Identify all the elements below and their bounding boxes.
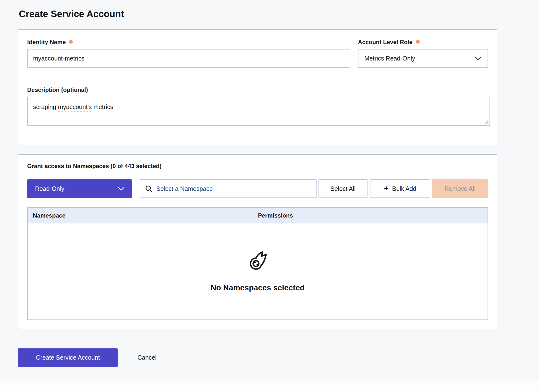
plus-icon: + — [384, 184, 389, 192]
account-level-role-field-group: Account Level Role Metrics Read-Only — [358, 38, 488, 68]
identity-details-card: Identity Name Account Level Role Metrics… — [18, 29, 497, 145]
namespaces-table-empty-state: No Namespaces selected — [28, 223, 488, 319]
create-service-account-button[interactable]: Create Service Account — [18, 348, 118, 367]
namespaces-table: Namespace Permissions No Namespaces sele… — [27, 207, 488, 320]
chevron-down-icon — [475, 57, 481, 60]
permissions-column-header: Permissions — [258, 212, 488, 219]
description-field-group: Description (optional) scraping myaccoun… — [27, 86, 488, 126]
footer-actions: Create Service Account Cancel — [18, 348, 539, 367]
account-level-role-value: Metrics Read-Only — [364, 55, 415, 62]
create-service-account-page: Create Service Account Identity Name Acc… — [0, 0, 539, 392]
empty-state-text: No Namespaces selected — [210, 283, 305, 292]
account-level-role-select[interactable]: Metrics Read-Only — [358, 49, 488, 68]
chevron-down-icon — [118, 187, 124, 191]
textarea-resize-handle[interactable] — [484, 120, 489, 124]
select-all-button[interactable]: Select All — [318, 179, 368, 198]
page-title: Create Service Account — [19, 9, 539, 19]
namespaces-toolbar: Read-Only Select All + — [27, 179, 488, 198]
bulk-add-button[interactable]: + Bulk Add — [370, 179, 430, 198]
namespaces-card: Grant access to Namespaces (0 of 443 sel… — [18, 154, 497, 329]
required-dot-icon — [416, 40, 420, 44]
remove-all-button[interactable]: Remove All — [432, 179, 488, 198]
permission-role-dropdown[interactable]: Read-Only — [27, 179, 132, 198]
identity-name-label: Identity Name — [27, 38, 350, 46]
cancel-button[interactable]: Cancel — [135, 348, 159, 367]
identity-name-field-group: Identity Name — [27, 38, 350, 68]
namespace-search-input[interactable] — [156, 185, 311, 192]
bottom-strip — [0, 381, 539, 392]
misspelled-word: myaccount's — [58, 103, 92, 110]
comet-icon — [247, 251, 268, 272]
namespaces-table-header: Namespace Permissions — [28, 208, 488, 223]
namespace-search[interactable] — [140, 179, 317, 198]
identity-name-input[interactable] — [27, 49, 350, 68]
namespace-column-header: Namespace — [28, 212, 258, 219]
description-label: Description (optional) — [27, 86, 488, 94]
namespaces-heading: Grant access to Namespaces (0 of 443 sel… — [27, 163, 488, 170]
required-dot-icon — [69, 40, 73, 44]
account-level-role-label: Account Level Role — [358, 38, 488, 46]
permission-role-value: Read-Only — [35, 185, 64, 192]
description-textarea[interactable]: scraping myaccount's metrics — [27, 97, 490, 126]
search-icon — [145, 185, 152, 192]
